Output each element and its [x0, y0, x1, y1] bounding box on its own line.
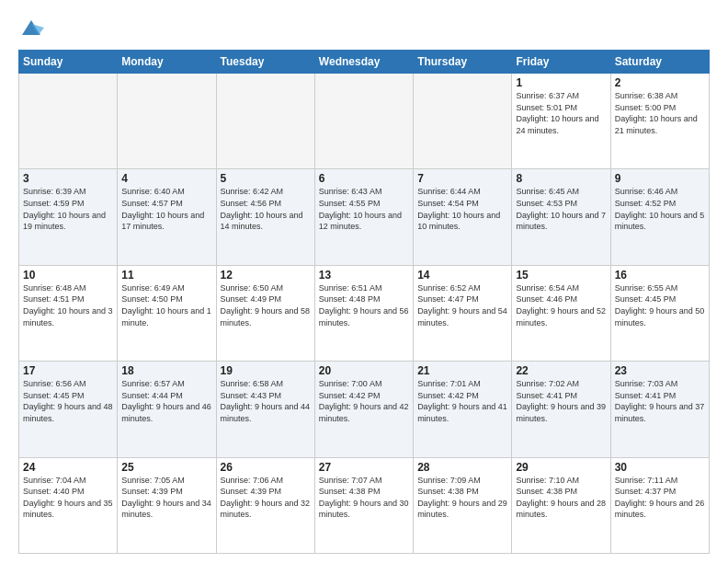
- day-number: 29: [516, 461, 606, 474]
- day-number: 11: [121, 269, 211, 282]
- calendar-cell: 28Sunrise: 7:09 AM Sunset: 4:38 PM Dayli…: [414, 457, 512, 553]
- weekday-header-tuesday: Tuesday: [216, 51, 314, 74]
- calendar-cell: 9Sunrise: 6:46 AM Sunset: 4:52 PM Daylig…: [610, 169, 709, 265]
- calendar-cell: 24Sunrise: 7:04 AM Sunset: 4:40 PM Dayli…: [19, 457, 118, 553]
- logo: [18, 15, 48, 40]
- day-number: 6: [319, 172, 409, 185]
- calendar-cell: 1Sunrise: 6:37 AM Sunset: 5:01 PM Daylig…: [512, 74, 610, 169]
- day-info: Sunrise: 7:02 AM Sunset: 4:41 PM Dayligh…: [516, 378, 606, 424]
- day-info: Sunrise: 6:49 AM Sunset: 4:50 PM Dayligh…: [121, 282, 211, 328]
- calendar-cell: [19, 74, 118, 169]
- day-number: 25: [121, 461, 211, 474]
- calendar-cell: 6Sunrise: 6:43 AM Sunset: 4:55 PM Daylig…: [314, 169, 413, 265]
- day-info: Sunrise: 6:42 AM Sunset: 4:56 PM Dayligh…: [221, 186, 311, 232]
- day-number: 30: [615, 461, 705, 474]
- day-info: Sunrise: 6:54 AM Sunset: 4:46 PM Dayligh…: [516, 282, 606, 328]
- calendar-week-row: 24Sunrise: 7:04 AM Sunset: 4:40 PM Dayli…: [19, 457, 710, 553]
- calendar-cell: 30Sunrise: 7:11 AM Sunset: 4:37 PM Dayli…: [610, 457, 709, 553]
- day-info: Sunrise: 7:04 AM Sunset: 4:40 PM Dayligh…: [23, 475, 113, 521]
- day-number: 12: [221, 269, 311, 282]
- calendar-cell: 12Sunrise: 6:50 AM Sunset: 4:49 PM Dayli…: [216, 265, 314, 361]
- weekday-header-monday: Monday: [118, 51, 216, 74]
- calendar-cell: 3Sunrise: 6:39 AM Sunset: 4:59 PM Daylig…: [19, 169, 118, 265]
- calendar-cell: 29Sunrise: 7:10 AM Sunset: 4:38 PM Dayli…: [512, 457, 610, 553]
- day-number: 28: [417, 461, 507, 474]
- weekday-header-thursday: Thursday: [414, 51, 512, 74]
- calendar-cell: 18Sunrise: 6:57 AM Sunset: 4:44 PM Dayli…: [118, 362, 216, 457]
- calendar-cell: 20Sunrise: 7:00 AM Sunset: 4:42 PM Dayli…: [314, 362, 413, 457]
- day-number: 9: [615, 172, 705, 185]
- calendar-cell: 14Sunrise: 6:52 AM Sunset: 4:47 PM Dayli…: [414, 265, 512, 361]
- day-info: Sunrise: 6:37 AM Sunset: 5:01 PM Dayligh…: [516, 90, 606, 136]
- calendar-cell: 22Sunrise: 7:02 AM Sunset: 4:41 PM Dayli…: [512, 362, 610, 457]
- calendar-header-row: SundayMondayTuesdayWednesdayThursdayFrid…: [19, 51, 710, 74]
- day-number: 8: [516, 172, 606, 185]
- calendar-cell: [414, 74, 512, 169]
- calendar-cell: 2Sunrise: 6:38 AM Sunset: 5:00 PM Daylig…: [610, 74, 709, 169]
- calendar-week-row: 10Sunrise: 6:48 AM Sunset: 4:51 PM Dayli…: [19, 265, 710, 361]
- day-number: 13: [319, 269, 409, 282]
- day-info: Sunrise: 6:44 AM Sunset: 4:54 PM Dayligh…: [417, 186, 507, 232]
- day-info: Sunrise: 6:40 AM Sunset: 4:57 PM Dayligh…: [121, 186, 211, 232]
- day-number: 16: [615, 269, 705, 282]
- day-number: 18: [121, 364, 211, 377]
- day-info: Sunrise: 6:38 AM Sunset: 5:00 PM Dayligh…: [615, 90, 705, 136]
- calendar-cell: 15Sunrise: 6:54 AM Sunset: 4:46 PM Dayli…: [512, 265, 610, 361]
- weekday-header-wednesday: Wednesday: [314, 51, 413, 74]
- day-info: Sunrise: 6:51 AM Sunset: 4:48 PM Dayligh…: [319, 282, 409, 328]
- day-info: Sunrise: 7:09 AM Sunset: 4:38 PM Dayligh…: [417, 475, 507, 521]
- day-number: 24: [23, 461, 113, 474]
- weekday-header-saturday: Saturday: [610, 51, 709, 74]
- day-number: 17: [23, 364, 113, 377]
- day-info: Sunrise: 6:56 AM Sunset: 4:45 PM Dayligh…: [23, 378, 113, 424]
- day-info: Sunrise: 6:45 AM Sunset: 4:53 PM Dayligh…: [516, 186, 606, 232]
- calendar-cell: 13Sunrise: 6:51 AM Sunset: 4:48 PM Dayli…: [314, 265, 413, 361]
- day-number: 20: [319, 364, 409, 377]
- day-number: 21: [417, 364, 507, 377]
- calendar-cell: 26Sunrise: 7:06 AM Sunset: 4:39 PM Dayli…: [216, 457, 314, 553]
- day-info: Sunrise: 6:48 AM Sunset: 4:51 PM Dayligh…: [23, 282, 113, 328]
- day-info: Sunrise: 6:55 AM Sunset: 4:45 PM Dayligh…: [615, 282, 705, 328]
- calendar-cell: 7Sunrise: 6:44 AM Sunset: 4:54 PM Daylig…: [414, 169, 512, 265]
- day-info: Sunrise: 6:46 AM Sunset: 4:52 PM Dayligh…: [615, 186, 705, 232]
- calendar-cell: 16Sunrise: 6:55 AM Sunset: 4:45 PM Dayli…: [610, 265, 709, 361]
- day-info: Sunrise: 6:39 AM Sunset: 4:59 PM Dayligh…: [23, 186, 113, 232]
- day-info: Sunrise: 7:11 AM Sunset: 4:37 PM Dayligh…: [615, 475, 705, 521]
- day-info: Sunrise: 7:05 AM Sunset: 4:39 PM Dayligh…: [121, 475, 211, 521]
- day-number: 14: [417, 269, 507, 282]
- day-number: 2: [615, 76, 705, 89]
- day-info: Sunrise: 7:10 AM Sunset: 4:38 PM Dayligh…: [516, 475, 606, 521]
- weekday-header-friday: Friday: [512, 51, 610, 74]
- day-number: 7: [417, 172, 507, 185]
- day-info: Sunrise: 6:57 AM Sunset: 4:44 PM Dayligh…: [121, 378, 211, 424]
- day-info: Sunrise: 7:00 AM Sunset: 4:42 PM Dayligh…: [319, 378, 409, 424]
- day-number: 1: [516, 76, 606, 89]
- calendar-cell: [216, 74, 314, 169]
- day-number: 19: [221, 364, 311, 377]
- calendar-cell: 25Sunrise: 7:05 AM Sunset: 4:39 PM Dayli…: [118, 457, 216, 553]
- day-number: 15: [516, 269, 606, 282]
- day-number: 23: [615, 364, 705, 377]
- day-info: Sunrise: 6:52 AM Sunset: 4:47 PM Dayligh…: [417, 282, 507, 328]
- calendar-cell: 23Sunrise: 7:03 AM Sunset: 4:41 PM Dayli…: [610, 362, 709, 457]
- calendar-cell: [314, 74, 413, 169]
- day-number: 26: [221, 461, 311, 474]
- header: [18, 15, 710, 40]
- logo-icon: [18, 15, 44, 40]
- day-number: 4: [121, 172, 211, 185]
- calendar-cell: 27Sunrise: 7:07 AM Sunset: 4:38 PM Dayli…: [314, 457, 413, 553]
- day-info: Sunrise: 6:50 AM Sunset: 4:49 PM Dayligh…: [221, 282, 311, 328]
- day-info: Sunrise: 6:43 AM Sunset: 4:55 PM Dayligh…: [319, 186, 409, 232]
- weekday-header-sunday: Sunday: [19, 51, 118, 74]
- calendar-week-row: 1Sunrise: 6:37 AM Sunset: 5:01 PM Daylig…: [19, 74, 710, 169]
- calendar-cell: 21Sunrise: 7:01 AM Sunset: 4:42 PM Dayli…: [414, 362, 512, 457]
- calendar-week-row: 3Sunrise: 6:39 AM Sunset: 4:59 PM Daylig…: [19, 169, 710, 265]
- day-info: Sunrise: 7:06 AM Sunset: 4:39 PM Dayligh…: [221, 475, 311, 521]
- day-number: 5: [221, 172, 311, 185]
- day-info: Sunrise: 7:01 AM Sunset: 4:42 PM Dayligh…: [417, 378, 507, 424]
- day-info: Sunrise: 7:07 AM Sunset: 4:38 PM Dayligh…: [319, 475, 409, 521]
- calendar-table: SundayMondayTuesdayWednesdayThursdayFrid…: [18, 50, 710, 554]
- calendar-week-row: 17Sunrise: 6:56 AM Sunset: 4:45 PM Dayli…: [19, 362, 710, 457]
- calendar-cell: 8Sunrise: 6:45 AM Sunset: 4:53 PM Daylig…: [512, 169, 610, 265]
- day-number: 10: [23, 269, 113, 282]
